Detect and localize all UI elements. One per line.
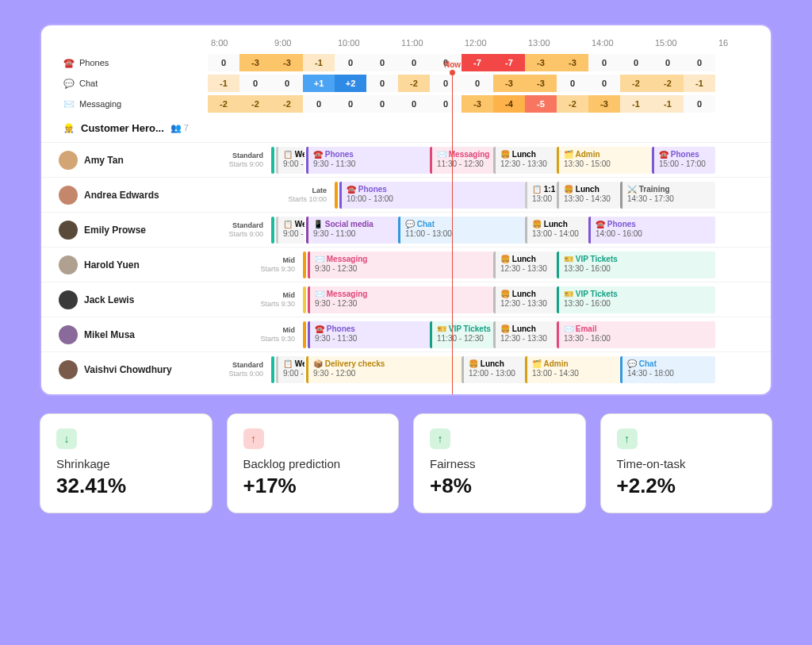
coverage-cell[interactable]: -1 [303,54,335,71]
coverage-cell[interactable]: 0 [335,95,366,113]
coverage-cell[interactable]: 0 [557,75,588,92]
coverage-cell[interactable]: 0 [366,54,398,71]
coverage-cell[interactable]: -1 [652,95,684,113]
coverage-cell[interactable]: 0 [398,95,430,113]
schedule-block[interactable]: ✉️ Messaging9:30 - 12:30 [308,251,493,278]
schedule-block[interactable]: ✉️ Email13:30 - 16:00 [557,321,715,348]
agent-row[interactable]: Emily ProwseStandardStarts 9:00📋 Week9:0… [41,212,771,247]
schedule-block[interactable]: 🍔 Lunch12:30 - 13:30 [493,251,557,278]
coverage-cell[interactable]: -2 [620,75,652,92]
coverage-cell[interactable]: -3 [588,95,620,113]
coverage-cell[interactable]: +1 [303,75,335,92]
metric-card[interactable]: ↑Backlog prediction+17% [227,413,400,513]
coverage-cell[interactable]: 0 [208,54,239,71]
coverage-cell[interactable]: -2 [398,75,430,92]
coverage-cell[interactable]: -3 [239,54,271,71]
metric-card[interactable]: ↓Shrinkage32.41% [40,413,213,513]
coverage-cell[interactable]: 0 [398,54,430,71]
coverage-cell[interactable]: 0 [684,95,715,113]
coverage-cell[interactable]: -2 [557,95,588,113]
channel-icon: 💬 [63,79,75,89]
coverage-cell[interactable]: -2 [239,95,271,113]
schedule-block[interactable]: 🎫 VIP Tickets11:30 - 12:30 [430,321,493,348]
schedule-block[interactable]: ☎️ Phones14:00 - 16:00 [588,217,715,244]
schedule-block[interactable]: 📋 Week9:00 - 9 [276,356,304,383]
coverage-cell[interactable]: -7 [493,54,525,71]
schedule-block[interactable]: 📋 1:113:00 [525,182,557,209]
schedule-block[interactable]: 📱 Social media9:30 - 11:00 [306,217,398,244]
avatar[interactable] [59,221,78,240]
coverage-cell[interactable]: -3 [462,95,493,113]
schedule-block[interactable]: ☎️ Phones9:30 - 11:30 [306,147,430,174]
coverage-cell[interactable]: -2 [271,95,303,113]
coverage-cell[interactable]: 0 [271,75,303,92]
coverage-cell[interactable]: -1 [684,75,715,92]
team-header[interactable]: 👷 Customer Hero... 👥 7 [41,114,771,142]
schedule-block[interactable]: ✉️ Messaging11:30 - 12:30 [430,147,493,174]
coverage-cell[interactable]: 0 [430,75,462,92]
coverage-cell[interactable]: 0 [239,75,271,92]
schedule-block[interactable]: 🍔 Lunch12:00 - 13:00 [462,356,525,383]
schedule-block[interactable]: 🎫 VIP Tickets13:30 - 16:00 [557,251,715,278]
coverage-cell[interactable]: -3 [493,75,525,92]
avatar[interactable] [59,290,78,309]
avatar[interactable] [59,360,78,379]
schedule-block[interactable]: 🍔 Lunch13:00 - 14:00 [525,217,588,244]
schedule-block[interactable]: 💬 Chat11:00 - 13:00 [398,217,525,244]
agent-row[interactable]: Vaishvi ChowdhuryStandardStarts 9:00📋 We… [41,351,771,386]
schedule-block[interactable]: 📋 Week9:00 - 9 [276,147,304,174]
schedule-block[interactable]: 🍔 Lunch12:30 - 13:30 [493,321,557,348]
coverage-cell[interactable]: 0 [588,54,620,71]
coverage-cell[interactable]: -2 [652,75,684,92]
agent-row[interactable]: Andrea EdwardsLateStarts 10:00☎️ Phones1… [41,177,771,212]
coverage-cell[interactable]: 0 [430,95,462,113]
block-title: 🎫 VIP Tickets [564,290,710,299]
coverage-cell[interactable]: -5 [525,95,557,113]
agent-row[interactable]: Mikel MusaMidStarts 9:30☎️ Phones9:30 - … [41,317,771,351]
coverage-cell[interactable]: -3 [525,75,557,92]
schedule-block[interactable]: ☎️ Phones15:00 - 17:00 [652,147,715,174]
coverage-cell[interactable]: -3 [557,54,588,71]
coverage-cell[interactable]: 0 [366,75,398,92]
coverage-cell[interactable]: 0 [462,75,493,92]
metric-card[interactable]: ↑Fairness+8% [413,413,586,513]
coverage-cell[interactable]: -1 [208,75,239,92]
agent-row[interactable]: Harold YuenMidStarts 9:30✉️ Messaging9:3… [41,247,771,282]
trend-icon: ↑ [430,428,450,449]
schedule-block[interactable]: ✉️ Messaging9:30 - 12:30 [308,286,493,313]
coverage-cell[interactable]: -3 [271,54,303,71]
schedule-block[interactable]: 📋 Week9:00 - 9 [276,217,304,244]
coverage-cell[interactable]: 0 [335,54,366,71]
schedule-block[interactable]: 💬 Chat14:30 - 18:00 [620,356,715,383]
coverage-cell[interactable]: -7 [462,54,493,71]
agent-row[interactable]: Amy TanStandardStarts 9:00📋 Week9:00 - 9… [41,142,771,177]
schedule-block[interactable]: 📦 Delivery checks9:30 - 12:00 [306,356,462,383]
schedule-block[interactable]: 🗂️ Admin13:30 - 15:00 [557,147,652,174]
coverage-cell[interactable]: 0 [652,54,684,71]
schedule-block[interactable]: 🍔 Lunch13:30 - 14:30 [557,182,620,209]
coverage-cell[interactable]: -4 [493,95,525,113]
avatar[interactable] [59,325,78,344]
schedule-block[interactable]: 🍔 Lunch12:30 - 13:30 [493,147,557,174]
schedule-block[interactable]: ☎️ Phones10:00 - 13:00 [339,182,525,209]
avatar[interactable] [59,255,78,275]
agent-row[interactable]: Jack LewisMidStarts 9:30✉️ Messaging9:30… [41,282,771,317]
coverage-cell[interactable]: 0 [366,95,398,113]
block-time: 14:30 - 17:30 [627,194,710,204]
schedule-block[interactable]: 🎫 VIP Tickets13:30 - 16:00 [557,286,715,313]
schedule-block[interactable]: ☎️ Phones9:30 - 11:30 [308,321,430,348]
coverage-cell[interactable]: -1 [620,95,652,113]
schedule-block[interactable]: 🗂️ Admin13:00 - 14:30 [525,356,620,383]
coverage-cell[interactable]: 0 [684,54,715,71]
coverage-cell[interactable]: 0 [588,75,620,92]
avatar[interactable] [59,186,78,205]
schedule-block[interactable]: ⚔️ Training14:30 - 17:30 [620,182,715,209]
coverage-cell[interactable]: 0 [303,95,335,113]
coverage-cell[interactable]: -3 [525,54,557,71]
avatar[interactable] [59,151,78,170]
coverage-cell[interactable]: -2 [208,95,239,113]
coverage-cell[interactable]: +2 [335,75,366,92]
metric-card[interactable]: ↑Time-on-task+2.2% [600,413,773,513]
coverage-cell[interactable]: 0 [620,54,652,71]
schedule-block[interactable]: 🍔 Lunch12:30 - 13:30 [493,286,557,313]
